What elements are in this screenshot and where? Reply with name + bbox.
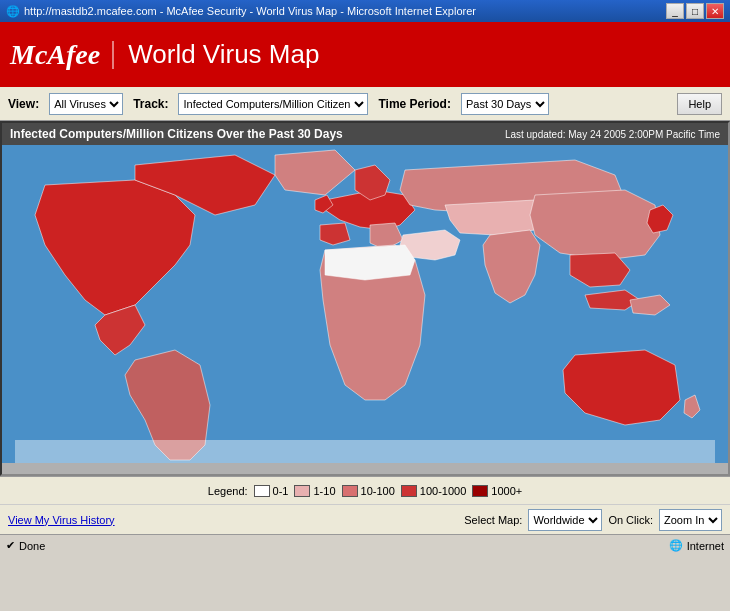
status-bar: ✔ Done 🌐 Internet bbox=[0, 534, 730, 556]
maximize-button[interactable]: □ bbox=[686, 3, 704, 19]
title-bar-text: 🌐 http://mastdb2.mcafee.com - McAfee Sec… bbox=[6, 5, 476, 18]
legend-box-4 bbox=[472, 485, 488, 497]
legend-label: Legend: bbox=[208, 485, 248, 497]
view-label: View: bbox=[8, 97, 39, 111]
page-title: World Virus Map bbox=[128, 39, 319, 70]
legend-box-3 bbox=[401, 485, 417, 497]
select-map-select[interactable]: Worldwide bbox=[528, 509, 602, 531]
zone-icon: 🌐 bbox=[669, 539, 683, 552]
title-bar: 🌐 http://mastdb2.mcafee.com - McAfee Sec… bbox=[0, 0, 730, 22]
legend-range-4: 1000+ bbox=[491, 485, 522, 497]
window-controls[interactable]: _ □ ✕ bbox=[666, 3, 724, 19]
map-area[interactable] bbox=[2, 145, 728, 463]
minimize-button[interactable]: _ bbox=[666, 3, 684, 19]
legend-range-1: 1-10 bbox=[313, 485, 335, 497]
on-click-label: On Click: bbox=[608, 514, 653, 526]
legend-range-0: 0-1 bbox=[273, 485, 289, 497]
map-header: Infected Computers/Million Citizens Over… bbox=[2, 123, 728, 145]
legend-item-3: 100-1000 bbox=[401, 485, 467, 497]
close-button[interactable]: ✕ bbox=[706, 3, 724, 19]
legend-row: Legend: 0-1 1-10 10-100 100-1000 1000+ bbox=[0, 476, 730, 504]
legend-item-1: 1-10 bbox=[294, 485, 335, 497]
time-period-label: Time Period: bbox=[378, 97, 450, 111]
view-history-link[interactable]: View My Virus History bbox=[8, 514, 115, 526]
track-label: Track: bbox=[133, 97, 168, 111]
legend-box-0 bbox=[254, 485, 270, 497]
controls-row: View: All Viruses Track: Infected Comput… bbox=[0, 87, 730, 121]
legend-item-2: 10-100 bbox=[342, 485, 395, 497]
status-icon: ✔ bbox=[6, 539, 15, 552]
zone-label: Internet bbox=[687, 540, 724, 552]
browser-icon: 🌐 bbox=[6, 5, 20, 18]
track-select[interactable]: Infected Computers/Million Citizens bbox=[178, 93, 368, 115]
map-container: Infected Computers/Million Citizens Over… bbox=[0, 121, 730, 476]
legend-item-4: 1000+ bbox=[472, 485, 522, 497]
help-button[interactable]: Help bbox=[677, 93, 722, 115]
brand-header: McAfee World Virus Map bbox=[0, 22, 730, 87]
bottom-right: Select Map: Worldwide On Click: Zoom In bbox=[464, 509, 722, 531]
on-click-select[interactable]: Zoom In bbox=[659, 509, 722, 531]
internet-zone: 🌐 Internet bbox=[669, 539, 724, 552]
world-map-svg[interactable] bbox=[2, 145, 728, 463]
map-title: Infected Computers/Million Citizens Over… bbox=[10, 127, 343, 141]
map-updated: Last updated: May 24 2005 2:00PM Pacific… bbox=[505, 129, 720, 140]
status-text: Done bbox=[19, 540, 45, 552]
mcafee-logo: McAfee bbox=[10, 41, 114, 69]
legend-range-2: 10-100 bbox=[361, 485, 395, 497]
view-select[interactable]: All Viruses bbox=[49, 93, 123, 115]
legend-range-3: 100-1000 bbox=[420, 485, 467, 497]
bottom-row: View My Virus History Select Map: Worldw… bbox=[0, 504, 730, 534]
title-text: http://mastdb2.mcafee.com - McAfee Secur… bbox=[24, 5, 476, 17]
legend-box-2 bbox=[342, 485, 358, 497]
legend-item-0: 0-1 bbox=[254, 485, 289, 497]
status-left: ✔ Done bbox=[6, 539, 45, 552]
time-period-select[interactable]: Past 30 Days bbox=[461, 93, 549, 115]
select-map-label: Select Map: bbox=[464, 514, 522, 526]
legend-box-1 bbox=[294, 485, 310, 497]
